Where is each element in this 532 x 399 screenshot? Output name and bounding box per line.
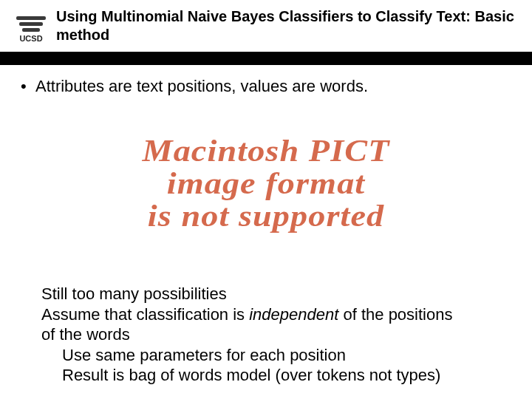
body-line-4: Use same parameters for each position [41,345,502,366]
svg-rect-1 [19,22,43,26]
body-line-3: of the words [41,324,502,345]
ucsd-logo: UCSD [13,9,49,47]
body-line-2: Assume that classification is independen… [41,304,502,325]
bullet-text: Attributes are text positions, values ar… [35,77,368,96]
pict-line-2: image format [55,167,477,200]
header: UCSD Using Multinomial Naive Bayes Class… [0,0,532,47]
body-line-2a: Assume that classification is [41,305,249,324]
body-line-2b-italic: independent [249,305,338,324]
bullet-item: • Attributes are text positions, values … [21,77,511,96]
body-line-2c: of the positions [338,305,452,324]
pict-line-3: is not supported [55,200,477,232]
pict-line-1: Macintosh PICT [55,134,477,167]
body-line-5: Result is bag of words model (over token… [41,365,502,386]
svg-rect-0 [16,16,46,20]
title-line-2: method [56,27,109,43]
svg-rect-2 [22,28,40,32]
bullet-dot-icon: • [21,78,35,95]
body-line-1: Still too many possibilities [41,284,502,304]
body-text: Still too many possibilities Assume that… [41,284,502,386]
slide-title: Using Multinomial Naive Bayes Classifier… [49,7,529,44]
slide: UCSD Using Multinomial Naive Bayes Class… [0,0,532,399]
title-line-1: Using Multinomial Naive Bayes Classifier… [56,8,514,24]
pict-unsupported-placeholder: Macintosh PICT image format is not suppo… [74,134,458,232]
title-underline-bar [0,52,532,65]
content-area: • Attributes are text positions, values … [21,77,511,96]
svg-text:UCSD: UCSD [19,34,42,43]
